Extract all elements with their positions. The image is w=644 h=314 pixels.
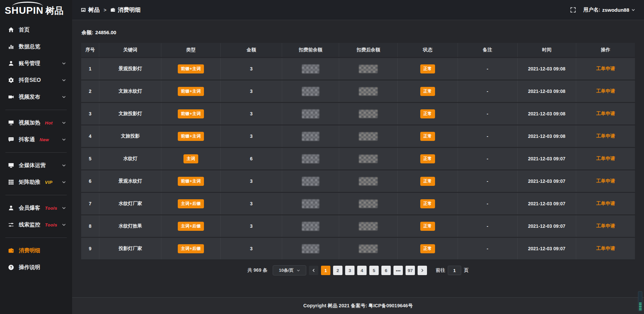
page-button-4[interactable]: 4 bbox=[357, 266, 367, 275]
sidebar-item-lead-monitoring[interactable]: 线索监控Tools bbox=[0, 216, 72, 233]
brand-logo: SHUPIN树品 bbox=[0, 0, 72, 19]
work-order-link[interactable]: 工单申请 bbox=[596, 156, 615, 161]
status-badge: 正常 bbox=[420, 244, 435, 253]
corner-widget[interactable] bbox=[638, 291, 642, 311]
sidebar-item-video-heating[interactable]: 视频加热Hot bbox=[0, 114, 72, 131]
goto-suffix: 页 bbox=[464, 267, 469, 273]
grid-icon bbox=[8, 179, 14, 185]
sidebar-item-video-publish[interactable]: 视频发布 bbox=[0, 89, 72, 105]
work-order-link[interactable]: 工单申请 bbox=[596, 66, 615, 71]
status-badge: 正常 bbox=[420, 222, 435, 231]
logo-arc-decoration bbox=[12, 2, 43, 6]
post-balance-redacted bbox=[359, 65, 378, 73]
action-cell: 工单申请 bbox=[576, 238, 635, 259]
next-page-button[interactable] bbox=[418, 266, 427, 275]
page-button-3[interactable]: 3 bbox=[345, 266, 355, 275]
svg-text:?: ? bbox=[10, 265, 12, 269]
pre-balance-redacted bbox=[302, 109, 319, 118]
copyright-text: Copyright 树品 2021 备案号: 粤ICP备09019646号 bbox=[303, 303, 413, 309]
wallet-icon bbox=[8, 248, 14, 254]
table-header-cell: 类型 bbox=[161, 43, 221, 57]
sidebar-item-douyin-seo[interactable]: 抖音SEO bbox=[0, 72, 72, 89]
keyword-cell: 文旅投影灯 bbox=[99, 103, 161, 124]
chevron-down-icon bbox=[62, 78, 66, 83]
page-size-select[interactable]: 10条/页 bbox=[273, 265, 306, 275]
work-order-link[interactable]: 工单申请 bbox=[596, 246, 615, 251]
sidebar-item-label: 数据总览 bbox=[19, 43, 40, 50]
pre-balance-cell bbox=[282, 193, 339, 214]
status-badge: 正常 bbox=[420, 87, 435, 96]
post-balance-redacted bbox=[359, 132, 378, 141]
table-header-cell: 状态 bbox=[398, 43, 458, 57]
sidebar-item-account-management[interactable]: 账号管理 bbox=[0, 55, 72, 72]
note-cell: - bbox=[458, 103, 518, 124]
status-cell: 正常 bbox=[398, 170, 458, 192]
fullscreen-icon[interactable] bbox=[570, 7, 576, 13]
video-camera-icon bbox=[8, 94, 14, 100]
keyword-cell: 水纹灯厂家 bbox=[99, 193, 161, 214]
status-cell: 正常 bbox=[398, 215, 458, 237]
row-index-cell: 6 bbox=[81, 170, 99, 192]
work-order-link[interactable]: 工单申请 bbox=[596, 111, 615, 116]
note-cell: - bbox=[458, 125, 518, 147]
breadcrumb-current[interactable]: 消费明细 bbox=[110, 6, 141, 14]
page-button-5[interactable]: 5 bbox=[369, 266, 379, 275]
logo-latin-text: SHUPIN bbox=[5, 5, 44, 16]
prev-page-button[interactable] bbox=[309, 266, 318, 275]
balance-label: 余额: bbox=[82, 30, 93, 35]
breadcrumb-root[interactable]: 树品 bbox=[81, 6, 100, 14]
work-order-link[interactable]: 工单申请 bbox=[596, 223, 615, 228]
corner-widget-bar bbox=[639, 306, 642, 307]
sidebar-item-home[interactable]: 首页 bbox=[0, 21, 72, 38]
work-order-link[interactable]: 工单申请 bbox=[596, 201, 615, 206]
pre-balance-redacted bbox=[302, 64, 319, 73]
sidebar-divider bbox=[5, 110, 67, 110]
page-button-1[interactable]: 1 bbox=[321, 266, 330, 275]
app-window: SHUPIN树品 首页数据总览账号管理抖音SEO视频发布视频加热Hot抖客通Ne… bbox=[0, 0, 644, 314]
sidebar-item-omnimedia-operation[interactable]: 全媒体运营 bbox=[0, 157, 72, 174]
work-order-link[interactable]: 工单申请 bbox=[596, 133, 615, 139]
sidebar-item-label: 抖客通 bbox=[19, 136, 35, 143]
amount-cell: 3 bbox=[221, 125, 282, 147]
sidebar-item-consumption-details[interactable]: 消费明细 bbox=[0, 242, 72, 259]
status-badge: 正常 bbox=[420, 64, 435, 73]
status-cell: 正常 bbox=[398, 238, 458, 259]
sidebar-item-data-overview[interactable]: 数据总览 bbox=[0, 38, 72, 55]
table-header-cell: 操作 bbox=[576, 43, 635, 57]
sidebar-item-label: 消费明细 bbox=[19, 247, 40, 254]
sidebar-item-label: 账号管理 bbox=[19, 60, 40, 67]
more-pages-button[interactable]: ••• bbox=[393, 266, 403, 275]
row-index-cell: 8 bbox=[81, 215, 99, 237]
page-button-2[interactable]: 2 bbox=[333, 266, 342, 275]
work-order-link[interactable]: 工单申请 bbox=[596, 88, 615, 94]
sidebar-item-badge: Hot bbox=[45, 120, 53, 125]
username-value: zswodun88 bbox=[602, 7, 629, 13]
keyword-cell: 文旅投影 bbox=[99, 125, 161, 147]
home-icon bbox=[8, 27, 14, 33]
consumption-table: 序号关键词类型金额扣费前余额扣费后余额状态备注时间操作 1景观投影灯前缀+主词3… bbox=[81, 42, 635, 260]
time-cell: 2021-12-03 09:07 bbox=[518, 148, 576, 169]
work-order-link[interactable]: 工单申请 bbox=[596, 178, 615, 184]
post-balance-cell bbox=[339, 238, 398, 259]
page-button-6[interactable]: 6 bbox=[381, 266, 391, 275]
sidebar-item-douketong[interactable]: 抖客通New bbox=[0, 131, 72, 148]
page-button-97[interactable]: 97 bbox=[406, 266, 415, 275]
sidebar-item-matrix-boost[interactable]: 矩阵助推VIP bbox=[0, 174, 72, 191]
table-row: 7水纹灯厂家主词+后缀3正常-2021-12-03 09:07工单申请 bbox=[81, 193, 635, 214]
user-menu[interactable]: 用户名: zswodun88 bbox=[583, 7, 635, 13]
status-cell: 正常 bbox=[398, 103, 458, 124]
post-balance-redacted bbox=[359, 245, 378, 253]
help-icon: ? bbox=[8, 264, 14, 270]
table-header-cell: 序号 bbox=[81, 43, 99, 57]
action-cell: 工单申请 bbox=[576, 193, 635, 214]
keyword-cell: 水纹灯 bbox=[99, 148, 161, 169]
sidebar-item-badge: Tools bbox=[45, 206, 57, 211]
goto-page-input[interactable] bbox=[448, 266, 461, 275]
balance-summary: 余额:24856.00 bbox=[81, 20, 635, 42]
sidebar-item-operation-guide[interactable]: ?操作说明 bbox=[0, 259, 72, 276]
amount-cell: 3 bbox=[221, 193, 282, 214]
amount-cell: 3 bbox=[221, 58, 282, 80]
pre-balance-cell bbox=[282, 148, 339, 169]
pre-balance-redacted bbox=[302, 87, 319, 96]
sidebar-item-member-marketing[interactable]: 会员爆客Tools bbox=[0, 200, 72, 216]
